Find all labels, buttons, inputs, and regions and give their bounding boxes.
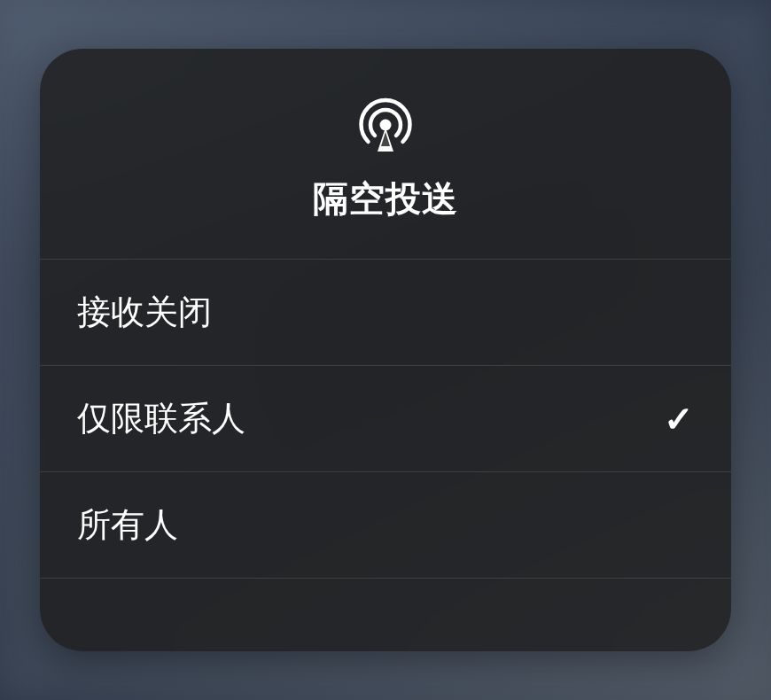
airdrop-icon [354,93,417,155]
option-label: 接收关闭 [77,290,212,335]
option-receiving-off[interactable]: 接收关闭 [40,260,731,366]
option-contacts-only[interactable]: 仅限联系人 ✓ [40,366,731,472]
option-label: 所有人 [77,502,178,548]
airdrop-panel: 隔空投送 接收关闭 仅限联系人 ✓ 所有人 [40,49,731,651]
panel-header: 隔空投送 [40,49,731,260]
options-list: 接收关闭 仅限联系人 ✓ 所有人 [40,260,731,579]
panel-title: 隔空投送 [313,175,458,223]
option-everyone[interactable]: 所有人 [40,472,731,579]
checkmark-icon: ✓ [664,401,694,437]
option-label: 仅限联系人 [77,396,245,441]
